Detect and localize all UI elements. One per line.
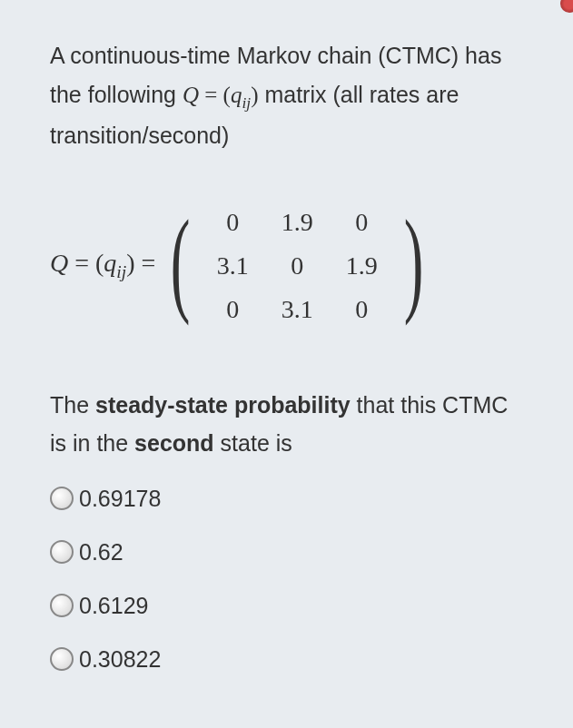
question-followup: The steady-state probability that this C…	[50, 386, 523, 463]
follow-bold1: steady-state probability	[95, 392, 351, 418]
eq-sign: =	[199, 83, 223, 107]
options-group: 0.69178 0.62 0.6129 0.30822	[50, 486, 523, 673]
option-1[interactable]: 0.69178	[50, 486, 523, 512]
matrix-cell: 3.1	[265, 288, 330, 331]
eq2: =	[135, 249, 156, 277]
table-row: 3.1 0 1.9	[201, 244, 394, 288]
notification-badge	[560, 0, 573, 13]
follow-pre: The	[50, 392, 95, 418]
option-3[interactable]: 0.6129	[50, 593, 523, 619]
table-row: 0 3.1 0	[201, 288, 394, 331]
paren-close: )	[251, 83, 258, 107]
follow-bold2: second	[134, 430, 214, 456]
paren-open: (	[223, 83, 231, 107]
matrix-paren-left: (	[171, 217, 191, 306]
var-q-2: q	[104, 249, 116, 277]
radio-icon[interactable]	[50, 594, 74, 617]
table-row: 0 1.9 0	[201, 201, 394, 244]
radio-icon[interactable]	[50, 487, 74, 510]
paren-open-2: (	[95, 249, 104, 277]
matrix-table: 0 1.9 0 3.1 0 1.9 0 3.1 0	[201, 201, 394, 331]
option-label: 0.6129	[79, 593, 148, 619]
matrix-body: 0 1.9 0 3.1 0 1.9 0 3.1 0	[201, 201, 394, 331]
matrix-cell: 0	[201, 201, 265, 244]
lhs: Q = (qij) =	[50, 249, 161, 282]
eq1: =	[68, 249, 95, 277]
option-label: 0.62	[79, 539, 123, 566]
radio-icon[interactable]	[50, 540, 74, 564]
matrix-cell: 0	[330, 288, 394, 331]
question-intro: A continuous-time Markov chain (CTMC) ha…	[50, 36, 523, 155]
matrix-cell: 3.1	[201, 244, 265, 288]
option-4[interactable]: 0.30822	[50, 646, 523, 673]
matrix-cell: 1.9	[265, 201, 330, 244]
var-Q-2: Q	[50, 249, 68, 277]
matrix-cell: 0	[201, 288, 265, 331]
sub-ij: ij	[242, 93, 251, 112]
sub-ij-2: ij	[116, 262, 126, 281]
option-2[interactable]: 0.62	[50, 539, 523, 566]
option-label: 0.30822	[79, 646, 161, 673]
matrix-cell: 0	[265, 244, 330, 288]
var-Q: Q	[183, 83, 199, 107]
matrix-cell: 0	[330, 201, 394, 244]
matrix-cell: 1.9	[330, 244, 394, 288]
follow-post: state is	[214, 430, 292, 456]
var-q: q	[231, 83, 242, 107]
matrix-paren-right: )	[403, 217, 423, 306]
matrix-equation: Q = (qij) = ( 0 1.9 0 3.1 0 1.9 0 3.1 0 …	[50, 201, 523, 331]
radio-icon[interactable]	[50, 647, 74, 671]
option-label: 0.69178	[79, 486, 161, 512]
paren-close-2: )	[126, 249, 134, 277]
